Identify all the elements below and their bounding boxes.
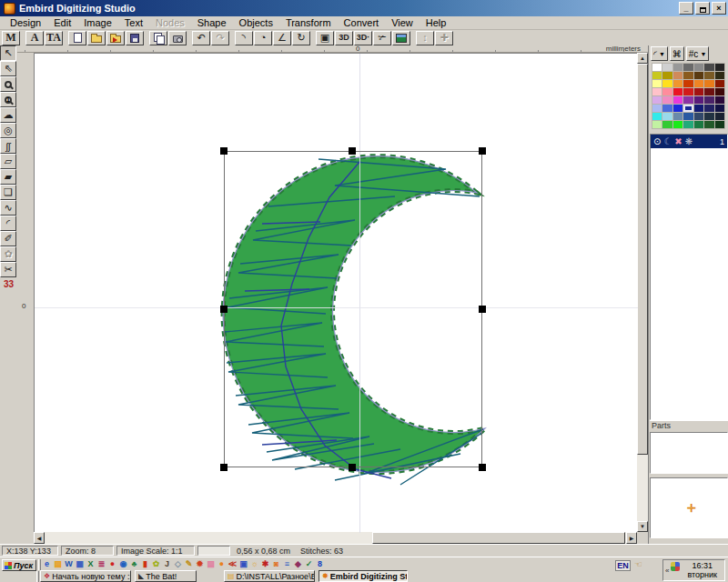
palette-swatch[interactable] — [662, 96, 672, 104]
palette-swatch[interactable] — [673, 64, 682, 71]
stitch-cross-icon[interactable]: ✖ — [674, 136, 682, 147]
zoom-actual-tool[interactable]: 1 — [0, 92, 16, 107]
view-3d-button[interactable]: 3D — [335, 31, 353, 45]
menu-transform[interactable]: Transform — [279, 17, 338, 28]
quicklaunch-icon-9[interactable]: ♣ — [129, 558, 139, 570]
object-row-selected[interactable]: ⊙☾✖❋1 — [651, 135, 727, 148]
palette-swatch[interactable] — [673, 88, 682, 95]
arc-tool-button[interactable]: ◝ — [235, 31, 253, 45]
palette-swatch[interactable] — [673, 80, 682, 87]
fill-hole-tool[interactable]: ◎ — [0, 123, 16, 138]
palette-swatch[interactable] — [662, 80, 672, 87]
scroll-up-button[interactable]: ▲ — [637, 53, 648, 64]
object-list[interactable]: ⊙☾✖❋1 — [650, 134, 728, 420]
palette-swatch[interactable] — [715, 80, 724, 87]
import-design-button[interactable] — [106, 31, 125, 45]
palette-swatch[interactable] — [694, 105, 703, 112]
curve-style-button[interactable]: ◜▼ — [651, 46, 668, 61]
copy-button[interactable] — [149, 31, 167, 45]
curve-tool[interactable]: ◜ — [0, 216, 16, 231]
palette-swatch[interactable] — [662, 113, 672, 120]
fill-region-tool[interactable]: ☁ — [0, 107, 16, 123]
visibility-eye-icon[interactable]: ⊙ — [653, 136, 661, 147]
sew-simulator-button[interactable]: ✃ — [373, 31, 391, 45]
stitch-density-button[interactable]: #c▼ — [686, 46, 710, 61]
text-button[interactable]: A — [25, 31, 44, 45]
palette-swatch[interactable] — [662, 64, 672, 71]
quicklaunch-icon-2[interactable]: ▤ — [53, 558, 63, 570]
palette-swatch[interactable] — [694, 121, 703, 128]
palette-swatch[interactable] — [715, 88, 724, 95]
grid-3d-button[interactable]: 3D· — [354, 31, 372, 45]
palette-swatch[interactable] — [683, 96, 693, 104]
palette-swatch[interactable] — [662, 88, 672, 95]
quicklaunch-icon-8[interactable]: ◉ — [118, 558, 128, 570]
handle-top-left[interactable] — [220, 147, 228, 155]
quicklaunch-icon-19[interactable]: ▣ — [238, 558, 248, 570]
quicklaunch-icon-20[interactable]: ☼ — [249, 558, 259, 570]
taskbar-window-4[interactable]: ✸Embird Digitizing Stud... — [318, 570, 408, 582]
quicklaunch-icon-10[interactable]: ▮ — [140, 558, 150, 570]
handle-middle-left[interactable] — [220, 306, 228, 313]
scroll-left-button[interactable]: ◀ — [34, 532, 45, 544]
text-adjust-button[interactable]: TA — [45, 31, 63, 45]
column-tool[interactable]: ▱ — [0, 154, 16, 169]
palette-swatch[interactable] — [694, 72, 703, 79]
quicklaunch-icon-7[interactable]: ● — [107, 558, 117, 570]
menu-design[interactable]: Design — [4, 17, 47, 28]
palette-swatch[interactable] — [673, 72, 682, 79]
quicklaunch-icon-25[interactable]: ✓ — [304, 558, 314, 570]
palette-swatch[interactable] — [704, 121, 713, 128]
palette-swatch[interactable] — [683, 64, 693, 71]
handle-bottom-middle[interactable] — [349, 464, 356, 471]
tray-app-icon[interactable] — [671, 562, 680, 571]
taskbar-window-3[interactable]: ▤D:\INSTALL\Разное\Embird — [224, 570, 315, 582]
restore-button[interactable] — [695, 2, 710, 15]
palette-swatch[interactable] — [694, 80, 703, 87]
crescent-thumb-icon[interactable]: ☾ — [663, 136, 672, 147]
handle-middle-right[interactable] — [479, 306, 486, 313]
menu-edit[interactable]: Edit — [47, 17, 77, 28]
palette-swatch[interactable] — [683, 80, 693, 87]
menu-view[interactable]: View — [385, 17, 420, 28]
toolbar-grip[interactable] — [38, 559, 41, 570]
quicklaunch-icon-16[interactable]: ▤ — [206, 558, 216, 570]
horizontal-scrollbar[interactable]: ◀ ▶ — [34, 532, 637, 544]
gauge-button[interactable]: ◔ — [254, 31, 272, 45]
new-design-button[interactable] — [68, 31, 86, 45]
palette-swatch[interactable] — [704, 80, 713, 87]
palette-swatch[interactable] — [704, 113, 713, 120]
quicklaunch-icon-26[interactable]: 8 — [315, 558, 325, 570]
palette-swatch[interactable] — [694, 113, 703, 120]
node-edit-tool[interactable]: ⇖ — [0, 61, 16, 76]
parts-list[interactable] — [650, 432, 728, 474]
palette-swatch[interactable] — [683, 105, 693, 112]
quicklaunch-icon-23[interactable]: ≡ — [282, 558, 292, 570]
menu-text[interactable]: Text — [118, 17, 149, 28]
menu-shape[interactable]: Shape — [191, 17, 233, 28]
satin-zigzag-tool[interactable]: ∿ — [0, 200, 16, 216]
palette-swatch[interactable] — [715, 121, 724, 128]
palette-swatch[interactable] — [673, 121, 682, 128]
image-view-button[interactable] — [392, 31, 410, 45]
quicklaunch-icon-18[interactable]: ≪ — [228, 558, 238, 570]
quicklaunch-icon-21[interactable]: ✱ — [260, 558, 270, 570]
scroll-down-button[interactable]: ▼ — [637, 521, 648, 532]
palette-swatch[interactable] — [715, 64, 724, 71]
palette-swatch[interactable] — [704, 72, 713, 79]
undo-button[interactable]: ↶ — [192, 31, 210, 45]
zoom-tool[interactable] — [0, 76, 16, 92]
outline-tool[interactable]: ❏ — [0, 185, 16, 200]
ribbon-tool[interactable]: ▰ — [0, 169, 16, 185]
frame-button[interactable]: ▣ — [316, 31, 334, 45]
quicklaunch-icon-4[interactable]: ▦ — [75, 558, 85, 570]
palette-swatch[interactable] — [652, 88, 662, 95]
minimize-button[interactable]: _ — [679, 2, 693, 15]
stitch-mark-icon[interactable]: ❋ — [685, 136, 693, 147]
palette-swatch[interactable] — [652, 64, 662, 71]
palette-swatch[interactable] — [694, 64, 703, 71]
quicklaunch-icon-17[interactable]: ● — [217, 558, 227, 570]
handle-top-right[interactable] — [479, 147, 486, 155]
palette-swatch[interactable] — [694, 88, 703, 95]
palette-swatch[interactable] — [673, 96, 682, 104]
